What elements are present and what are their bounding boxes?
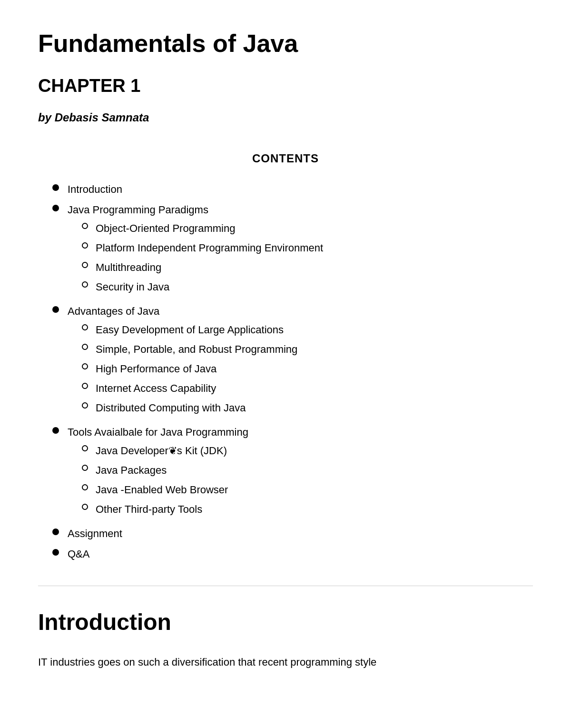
- section-divider: [38, 586, 533, 586]
- page-title: Fundamentals of Java: [38, 29, 533, 58]
- toc-sub-item-3-3: Other Third-party Tools: [82, 501, 533, 517]
- toc-sub-item-3-0: Java Developer❦s Kit (JDK): [82, 443, 533, 459]
- toc-list: IntroductionJava Programming ParadigmsOb…: [52, 181, 533, 562]
- toc-sub-item-label: Java Packages: [96, 462, 167, 478]
- toc-sub-item-2-4: Distributed Computing with Java: [82, 400, 533, 416]
- toc-sub-item-2-2: High Performance of Java: [82, 361, 533, 377]
- toc-item-label: Advantages of Java: [68, 305, 159, 317]
- bullet-open-icon: [82, 242, 88, 249]
- bullet-open-icon: [82, 402, 88, 409]
- toc-sub-item-2-1: Simple, Portable, and Robust Programming: [82, 341, 533, 357]
- bullet-open-icon: [82, 383, 88, 389]
- bullet-open-icon: [82, 465, 88, 471]
- bullet-open-icon: [82, 223, 88, 229]
- toc-sub-item-label: Internet Access Capability: [96, 380, 216, 396]
- author-name: by Debasis Samnata: [38, 109, 533, 126]
- intro-heading: Introduction: [38, 605, 533, 639]
- bullet-open-icon: [82, 281, 88, 288]
- toc-sub-item-label: Java -Enabled Web Browser: [96, 482, 228, 498]
- toc-sub-item-label: Security in Java: [96, 279, 169, 295]
- toc-item-label: Java Programming Paradigms: [68, 204, 208, 216]
- introduction-section: Introduction IT industries goes on such …: [38, 605, 533, 670]
- toc-sub-item-label: Object-Oriented Programming: [96, 220, 235, 236]
- toc-sub-list: Java Developer❦s Kit (JDK)Java PackagesJ…: [82, 443, 533, 517]
- toc-item-0: Introduction: [52, 181, 533, 197]
- bullet-filled-icon: [52, 529, 59, 535]
- contents-heading: CONTENTS: [38, 150, 533, 167]
- contents-section: CONTENTS IntroductionJava Programming Pa…: [38, 150, 533, 562]
- bullet-filled-icon: [52, 184, 59, 191]
- toc-sub-item-label: Simple, Portable, and Robust Programming: [96, 341, 297, 357]
- toc-item-label: Q&A: [68, 548, 89, 560]
- toc-sub-list: Easy Development of Large ApplicationsSi…: [82, 322, 533, 416]
- toc-item-1: Java Programming ParadigmsObject-Oriente…: [52, 202, 533, 299]
- bullet-open-icon: [82, 504, 88, 510]
- toc-sub-item-3-2: Java -Enabled Web Browser: [82, 482, 533, 498]
- bullet-open-icon: [82, 445, 88, 451]
- toc-sub-item-1-1: Platform Independent Programming Environ…: [82, 240, 533, 256]
- bullet-filled-icon: [52, 306, 59, 313]
- bullet-filled-icon: [52, 427, 59, 434]
- toc-item-4: Assignment: [52, 526, 533, 541]
- bullet-open-icon: [82, 344, 88, 350]
- toc-sub-item-label: Multithreading: [96, 259, 161, 275]
- toc-sub-item-label: Other Third-party Tools: [96, 501, 202, 517]
- toc-item-5: Q&A: [52, 546, 533, 562]
- toc-sub-item-label: Easy Development of Large Applications: [96, 322, 284, 338]
- toc-item-label: Tools Avaialbale for Java Programming: [68, 426, 248, 438]
- toc-sub-item-label: Java Developer❦s Kit (JDK): [96, 443, 227, 459]
- toc-sub-item-label: Platform Independent Programming Environ…: [96, 240, 323, 256]
- toc-item-label: Introduction: [68, 183, 122, 195]
- toc-item-label: Assignment: [68, 528, 122, 539]
- toc-sub-item-3-1: Java Packages: [82, 462, 533, 478]
- bullet-open-icon: [82, 363, 88, 369]
- bullet-open-icon: [82, 324, 88, 330]
- toc-sub-list: Object-Oriented ProgrammingPlatform Inde…: [82, 220, 533, 295]
- bullet-filled-icon: [52, 205, 59, 211]
- toc-sub-item-1-2: Multithreading: [82, 259, 533, 275]
- toc-sub-item-1-0: Object-Oriented Programming: [82, 220, 533, 236]
- toc-item-3: Tools Avaialbale for Java ProgrammingJav…: [52, 424, 533, 521]
- bullet-filled-icon: [52, 549, 59, 556]
- toc-item-2: Advantages of JavaEasy Development of La…: [52, 303, 533, 419]
- toc-sub-item-1-3: Security in Java: [82, 279, 533, 295]
- bullet-open-icon: [82, 484, 88, 490]
- toc-sub-item-2-0: Easy Development of Large Applications: [82, 322, 533, 338]
- toc-sub-item-label: Distributed Computing with Java: [96, 400, 246, 416]
- intro-text: IT industries goes on such a diversifica…: [38, 654, 533, 670]
- chapter-label: CHAPTER 1: [38, 72, 533, 100]
- toc-sub-item-label: High Performance of Java: [96, 361, 217, 377]
- bullet-open-icon: [82, 262, 88, 268]
- toc-sub-item-2-3: Internet Access Capability: [82, 380, 533, 396]
